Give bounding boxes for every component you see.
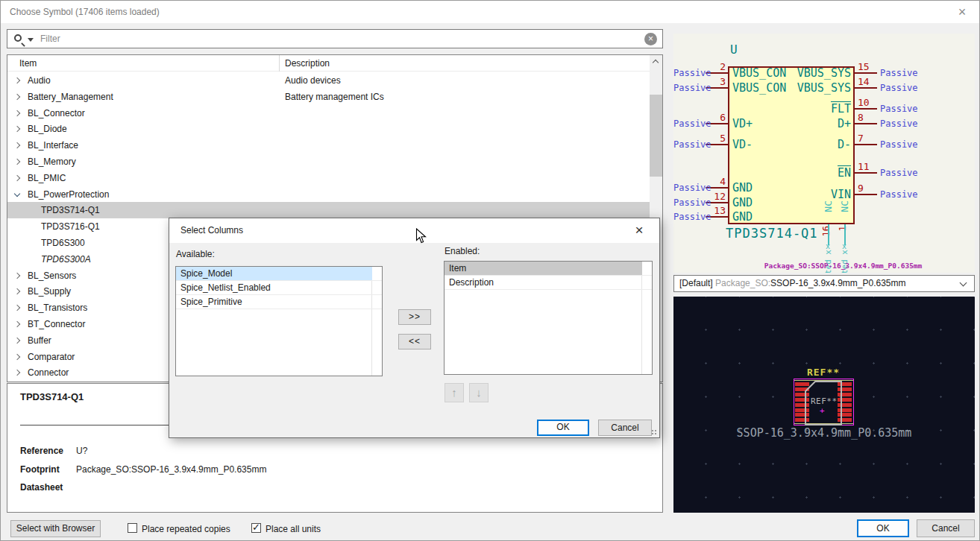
tree-row[interactable]: AudioAudio devices (7, 72, 662, 89)
column-header-item[interactable]: Item (19, 58, 37, 69)
place-repeated-copies-label[interactable]: Place repeated copies (142, 524, 230, 534)
tree-row[interactable]: BL_Memory (7, 154, 662, 170)
resize-grip[interactable] (651, 429, 658, 436)
expander-icon[interactable] (14, 175, 20, 181)
dialog-title-bar[interactable]: Select Columns × (169, 218, 659, 243)
expander-icon[interactable] (14, 110, 20, 116)
expander-icon[interactable] (14, 321, 20, 327)
tree-row[interactable]: BL_Interface (7, 137, 662, 154)
list-item[interactable]: Description (445, 276, 652, 290)
dialog-title: Select Columns (180, 225, 243, 235)
select-with-browser-button[interactable]: Select with Browser (10, 520, 101, 537)
available-list[interactable]: Spice_ModelSpice_Netlist_EnabledSpice_Pr… (175, 266, 383, 376)
filter-placeholder: Filter (40, 34, 60, 44)
tree-item-label: Connector (28, 367, 69, 378)
dialog-ok-button[interactable]: OK (537, 420, 589, 436)
pin-type-label: Passive (880, 104, 918, 114)
column-header-description[interactable]: Description (285, 58, 330, 69)
window-title: Choose Symbol (17406 items loaded) (10, 7, 160, 17)
tree-item-label: Comparator (28, 352, 75, 362)
expander-icon[interactable] (14, 272, 20, 278)
nc-pin-number: 16 (821, 226, 832, 236)
tree-header: Item Description (7, 55, 662, 72)
expander-icon[interactable] (14, 288, 20, 294)
pin-name: GND (732, 210, 753, 224)
expander-icon[interactable] (14, 94, 20, 100)
pin-number: 7 (858, 133, 879, 144)
expander-icon[interactable] (14, 305, 20, 311)
tree-row[interactable]: BL_PMIC (7, 170, 662, 186)
tree-row[interactable]: BL_Connector (7, 105, 662, 121)
available-label: Available: (176, 249, 215, 259)
pin-name-wrap: D- (673, 138, 851, 151)
list-item[interactable]: Spice_Model (176, 267, 382, 281)
footprint-anchor-icon: + (820, 406, 825, 416)
place-all-units-label[interactable]: Place all units (266, 524, 321, 534)
pin-name-wrap: D+ (673, 117, 851, 130)
tree-item-label: Audio (28, 75, 51, 86)
dialog-cancel-button[interactable]: Cancel (598, 420, 652, 436)
pin-type-label: Passive (880, 118, 918, 129)
pin-line (855, 87, 877, 89)
move-up-button[interactable]: ↑ (445, 383, 464, 402)
search-dropdown-icon[interactable] (28, 38, 34, 42)
tree-row[interactable]: BL_Diode (7, 121, 662, 137)
expander-icon[interactable] (14, 142, 20, 148)
pin-name: D- (838, 138, 851, 151)
ok-button[interactable]: OK (857, 519, 909, 537)
place-repeated-copies-checkbox[interactable] (128, 523, 137, 533)
footprint-default-prefix: [Default] (679, 278, 715, 288)
close-icon[interactable]: × (951, 2, 973, 22)
reference-value: U? (76, 446, 87, 456)
expander-icon[interactable] (14, 126, 20, 132)
pin-name: D+ (838, 117, 851, 130)
expander-icon[interactable] (14, 159, 20, 165)
filter-input[interactable]: Filter × (7, 29, 663, 48)
expander-icon[interactable] (14, 190, 20, 196)
pin-name-wrap: EN (673, 166, 851, 180)
pin-line (855, 108, 877, 110)
chevron-down-icon[interactable] (960, 279, 967, 287)
datasheet-field: Datasheet (20, 482, 63, 493)
symbol-preview: U TPD3S714-Q1 2VBUS_CONPassive3VBUS_CONP… (673, 34, 975, 273)
place-all-units-checkbox[interactable]: ✓ (251, 523, 261, 533)
list-item[interactable]: Spice_Primitive (176, 295, 382, 309)
tree-row[interactable]: BL_PowerProtection (7, 186, 662, 203)
pin-name: VIN (831, 188, 851, 201)
scrollbar-up-icon[interactable] (650, 55, 662, 68)
pin-type-label: Passive (880, 68, 918, 78)
pin-name-wrap: VIN (673, 188, 851, 201)
tree-row[interactable]: Battery_ManagementBattery management ICs (7, 89, 662, 105)
pin-number: 10 (858, 97, 879, 108)
footprint-name-label: SSOP-16_3.9x4.9mm_P0.635mm (673, 426, 975, 440)
move-left-button[interactable]: << (398, 334, 431, 349)
tree-item-label: TPD3S714-Q1 (41, 205, 100, 215)
choose-symbol-window: Choose Symbol (17406 items loaded) × Fil… (0, 0, 980, 541)
list-item[interactable]: Item (445, 262, 652, 276)
pin-type-label: Passive (880, 83, 918, 93)
expander-icon[interactable] (14, 353, 20, 359)
dialog-close-icon[interactable]: × (629, 221, 649, 240)
tree-item-description: Battery management ICs (285, 92, 384, 102)
title-bar: Choose Symbol (17406 items loaded) × (1, 1, 979, 23)
cancel-button[interactable]: Cancel (917, 519, 975, 537)
pin-name: FLT (831, 101, 851, 116)
tree-item-label: TPD3S716-Q1 (41, 221, 100, 232)
expander-icon[interactable] (14, 370, 20, 376)
move-down-button[interactable]: ↓ (469, 383, 489, 402)
footprint-select[interactable]: [Default] Package_SO:SSOP-16_3.9x4.9mm_P… (673, 275, 975, 292)
expander-icon[interactable] (14, 338, 20, 344)
nc-pin-name: NC (839, 200, 850, 212)
pin-name: EN (838, 165, 851, 180)
list-item-label: Item (445, 262, 642, 275)
move-right-button[interactable]: >> (398, 309, 431, 325)
list-item[interactable]: Spice_Netlist_Enabled (176, 281, 382, 295)
footprint-ref-label: REF** (779, 367, 868, 378)
expander-icon[interactable] (14, 77, 20, 83)
scrollbar-thumb[interactable] (650, 95, 662, 177)
column-separator[interactable] (279, 55, 280, 72)
enabled-list[interactable]: ItemDescription (444, 261, 653, 375)
tree-row[interactable]: TPD3S714-Q1 (7, 202, 662, 218)
clear-filter-icon[interactable]: × (644, 33, 657, 45)
pin-line (855, 172, 877, 174)
